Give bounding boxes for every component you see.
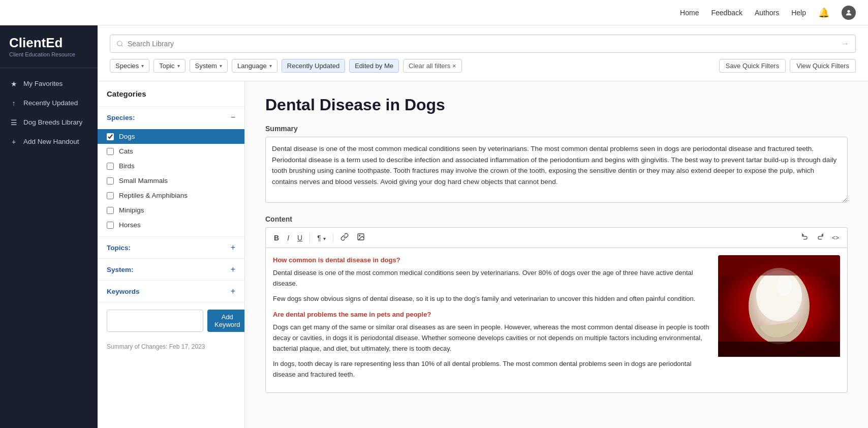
species-section-header[interactable]: Species: − xyxy=(98,107,244,128)
keyword-area: Add Keyword xyxy=(98,302,244,339)
topics-section-header[interactable]: Topics: + xyxy=(98,237,244,258)
nav-feedback[interactable]: Feedback xyxy=(711,9,742,17)
svg-point-8 xyxy=(777,276,792,296)
sidebar: ClientEd Client Education Resource ★ My … xyxy=(0,25,98,428)
categories-title: Categories xyxy=(98,81,244,107)
species-checkbox-reptiles[interactable] xyxy=(107,192,114,199)
topic-filter[interactable]: Topic ▾ xyxy=(153,59,185,73)
species-item-reptiles[interactable]: Reptiles & Amphibians xyxy=(98,188,244,203)
keywords-toggle-icon[interactable]: + xyxy=(231,287,235,296)
nav-home[interactable]: Home xyxy=(680,9,699,17)
sidebar-item-recently-updated[interactable]: ↑ Recently Updated xyxy=(0,94,98,113)
nav-help[interactable]: Help xyxy=(791,9,806,17)
plus-icon: + xyxy=(9,138,18,146)
redo-button[interactable] xyxy=(814,231,827,244)
svg-point-4 xyxy=(359,235,360,236)
keywords-label: Keywords xyxy=(107,288,140,295)
undo-icon xyxy=(801,233,809,240)
article-title: Dental Disease in Dogs xyxy=(265,96,848,114)
dental-image-container xyxy=(718,255,840,385)
species-item-small-mammals[interactable]: Small Mammals xyxy=(98,173,244,188)
species-checkbox-minipigs[interactable] xyxy=(107,207,114,214)
nav-authors[interactable]: Authors xyxy=(755,9,779,17)
question-2: Are dental problems the same in pets and… xyxy=(273,310,711,320)
notifications-icon[interactable]: 🔔 xyxy=(818,7,829,18)
sidebar-item-label: Recently Updated xyxy=(23,99,78,107)
topics-section: Topics: + xyxy=(98,237,244,259)
species-filter[interactable]: Species ▾ xyxy=(110,59,149,73)
link-icon xyxy=(340,233,349,241)
summary-textarea[interactable] xyxy=(265,137,848,203)
svg-point-0 xyxy=(847,10,850,12)
svg-rect-10 xyxy=(718,342,840,357)
undo-button[interactable] xyxy=(798,231,812,244)
toolbar-separator xyxy=(309,233,310,242)
bold-button[interactable]: B xyxy=(271,232,282,244)
sidebar-item-label: Dog Breeds Library xyxy=(23,118,82,126)
content-para-2: Few dogs show obvious signs of dental di… xyxy=(273,294,711,304)
svg-point-1 xyxy=(117,41,122,46)
filter-row: Species ▾ Topic ▾ System ▾ Language ▾ Re… xyxy=(110,59,856,73)
edited-by-me-pill[interactable]: Edited by Me xyxy=(349,59,399,73)
toolbar-separator-2 xyxy=(333,233,333,242)
question-1: How common is dental disease in dogs? xyxy=(273,255,711,266)
article-panel: Dental Disease in Dogs Summary Content B… xyxy=(245,81,868,428)
species-section: Species: − Dogs Cats xyxy=(98,107,244,237)
content-label: Content xyxy=(265,215,848,223)
star-icon: ★ xyxy=(9,80,18,88)
species-checkbox-horses[interactable] xyxy=(107,222,114,229)
top-navigation: Home Feedback Authors Help 🔔 xyxy=(0,0,868,25)
sidebar-item-add-new-handout[interactable]: + Add New Handout xyxy=(0,132,98,151)
sidebar-item-label: Add New Handout xyxy=(23,138,79,145)
app-subtitle: Client Education Resource xyxy=(9,51,88,57)
species-toggle-icon[interactable]: − xyxy=(231,113,235,122)
system-filter[interactable]: System ▾ xyxy=(190,59,228,73)
topics-toggle-icon[interactable]: + xyxy=(231,243,235,252)
content-para-4: In dogs, tooth decay is rare representin… xyxy=(273,359,711,380)
search-box[interactable]: → xyxy=(110,35,856,53)
species-label: Species: xyxy=(107,114,135,121)
species-checkbox-cats[interactable] xyxy=(107,148,114,155)
species-checkbox-small-mammals[interactable] xyxy=(107,177,114,185)
italic-button[interactable]: I xyxy=(284,232,292,244)
code-button[interactable]: <> xyxy=(829,231,842,244)
system-toggle-icon[interactable]: + xyxy=(231,265,235,274)
link-button[interactable] xyxy=(337,231,352,244)
keywords-section-header[interactable]: Keywords + xyxy=(98,281,244,302)
language-filter[interactable]: Language ▾ xyxy=(232,59,277,73)
list-icon: ☰ xyxy=(9,118,18,127)
search-arrow-icon: → xyxy=(841,39,849,48)
system-section-header[interactable]: System: + xyxy=(98,259,244,280)
add-keyword-button[interactable]: Add Keyword xyxy=(207,310,245,332)
chevron-down-icon: ▾ xyxy=(177,63,180,69)
species-checkbox-dogs[interactable] xyxy=(107,133,114,140)
content-para-3: Dogs can get many of the same or similar… xyxy=(273,322,711,354)
sidebar-item-dog-breeds-library[interactable]: ☰ Dog Breeds Library xyxy=(0,113,98,132)
underline-button[interactable]: U xyxy=(294,232,305,244)
image-button[interactable] xyxy=(354,231,368,244)
species-item-minipigs[interactable]: Minipigs xyxy=(98,203,244,218)
image-icon xyxy=(357,233,365,241)
sidebar-item-favorites[interactable]: ★ My Favorites xyxy=(0,74,98,94)
system-label: System: xyxy=(107,266,134,273)
species-items: Dogs Cats Birds Small Mammals xyxy=(98,128,244,236)
user-avatar[interactable] xyxy=(842,6,856,20)
recently-updated-pill[interactable]: Recently Updated xyxy=(282,59,345,73)
svg-rect-9 xyxy=(718,255,840,276)
paragraph-button[interactable]: ¶ ▾ xyxy=(314,232,328,244)
species-item-cats[interactable]: Cats xyxy=(98,144,244,159)
clear-filters-button[interactable]: Clear all filters × xyxy=(403,59,462,73)
species-item-horses[interactable]: Horses xyxy=(98,218,244,232)
save-quick-filters-button[interactable]: Save Quick Filters xyxy=(719,59,786,73)
keywords-section: Keywords + xyxy=(98,281,244,302)
species-item-dogs[interactable]: Dogs xyxy=(98,129,244,144)
search-icon xyxy=(116,40,123,47)
view-quick-filters-button[interactable]: View Quick Filters xyxy=(790,59,856,73)
species-checkbox-birds[interactable] xyxy=(107,163,114,170)
topics-label: Topics: xyxy=(107,244,131,252)
species-item-birds[interactable]: Birds xyxy=(98,159,244,173)
search-input[interactable] xyxy=(128,40,841,48)
summary-label: Summary xyxy=(265,125,848,133)
editor-text-area[interactable]: How common is dental disease in dogs? De… xyxy=(273,255,711,385)
keyword-input[interactable] xyxy=(107,310,203,332)
